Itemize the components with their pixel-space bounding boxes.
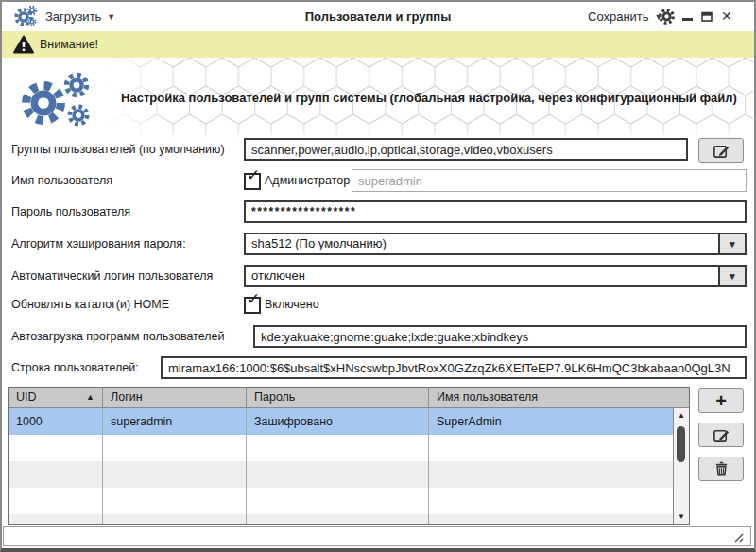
window-controls: ✕ — [682, 10, 732, 22]
table-scrollbar[interactable]: ▲ ▼ — [673, 408, 689, 524]
table-row-empty[interactable] — [9, 461, 673, 488]
users-table: UID ▲ Логин Пароль Имя пользователя 1000… — [8, 387, 690, 525]
password-input[interactable] — [244, 200, 747, 223]
scroll-up-button[interactable]: ▲ — [674, 408, 689, 423]
chevron-down-icon: ▼ — [728, 239, 737, 250]
trash-icon — [713, 460, 730, 478]
scrollbar-thumb[interactable] — [677, 426, 685, 462]
admin-checkbox-label: Администратор — [265, 169, 350, 192]
autostart-input[interactable] — [253, 325, 747, 348]
column-header-login[interactable]: Логин — [103, 388, 247, 407]
table-row-empty[interactable] — [9, 514, 673, 524]
hash-algorithm-select[interactable]: sha512 (По умолчанию) ▼ — [244, 233, 747, 255]
table-row-empty[interactable] — [9, 488, 673, 514]
sort-asc-icon: ▲ — [86, 388, 94, 407]
plus-icon: + — [715, 392, 727, 409]
groups-input[interactable] — [244, 138, 688, 161]
cell-password: Зашифровано — [247, 408, 429, 435]
minimize-button[interactable] — [682, 18, 693, 21]
hash-algorithm-value: sha512 (По умолчанию) — [251, 234, 716, 253]
update-home-checkbox-label: Включено — [265, 293, 319, 316]
warning-icon — [13, 35, 34, 54]
hero-gears-icon — [17, 71, 104, 129]
warning-text: Внимание! — [40, 38, 98, 51]
toolbar: Загрузить ▼ Пользователи и группы Сохран… — [2, 2, 754, 32]
resize-grip[interactable] — [730, 528, 745, 543]
cell-name: SuperAdmin — [429, 408, 673, 435]
cell-uid: 1000 — [9, 408, 103, 435]
autologin-select[interactable]: отключен ▼ — [244, 265, 747, 287]
table-header-row: UID ▲ Логин Пароль Имя пользователя — [9, 388, 689, 408]
hero-title: Настройка пользователей и групп системы … — [112, 58, 747, 138]
admin-checkbox[interactable]: ✓ — [244, 173, 261, 190]
warning-bar: Внимание! — [2, 31, 754, 59]
hero-section: Настройка пользователей и групп системы … — [2, 58, 754, 138]
table-row-empty[interactable] — [9, 435, 673, 461]
edit-groups-button[interactable] — [698, 138, 744, 163]
autostart-label: Автозагрузка программ пользователей — [11, 325, 224, 348]
hash-algorithm-label: Алгоритм хэширования пароля: — [11, 233, 186, 255]
app-window: Загрузить ▼ Пользователи и группы Сохран… — [0, 0, 756, 552]
users-string-input[interactable] — [161, 356, 747, 379]
users-string-label: Строка пользователей: — [11, 356, 139, 379]
scroll-down-button[interactable]: ▼ — [674, 509, 689, 524]
save-button-label: Сохранить — [588, 9, 649, 24]
username-input[interactable] — [352, 169, 747, 192]
checkmark-icon: ✓ — [247, 165, 260, 185]
dropdown-button[interactable]: ▼ — [718, 267, 745, 285]
dropdown-button[interactable]: ▼ — [718, 234, 745, 253]
status-bar — [3, 526, 751, 546]
maximize-icon — [701, 11, 713, 22]
add-user-button[interactable]: + — [698, 388, 744, 413]
save-button[interactable]: Сохранить ▼ — [588, 2, 663, 31]
edit-user-button[interactable] — [698, 423, 744, 447]
gear-icon — [658, 8, 676, 26]
autologin-value: отключен — [251, 267, 716, 285]
table-row-selected[interactable]: 1000 superadmin Зашифровано SuperAdmin — [9, 408, 673, 435]
close-button[interactable]: ✕ — [721, 10, 732, 22]
delete-user-button[interactable] — [698, 457, 744, 481]
autologin-label: Автоматический логин пользователя — [11, 265, 213, 287]
edit-icon — [713, 426, 730, 444]
update-home-checkbox[interactable]: ✓ — [244, 297, 261, 314]
column-header-password[interactable]: Пароль — [247, 388, 429, 407]
password-label: Пароль пользователя — [11, 200, 130, 223]
checkmark-icon: ✓ — [247, 289, 260, 309]
username-label: Имя пользователя — [11, 169, 112, 192]
edit-icon — [713, 142, 730, 160]
column-header-uid[interactable]: UID ▲ — [9, 388, 103, 407]
cell-login: superadmin — [103, 408, 247, 435]
settings-button[interactable] — [658, 8, 676, 26]
groups-label: Группы пользователей (по умолчанию) — [11, 138, 225, 161]
column-header-name[interactable]: Имя пользователя — [429, 388, 689, 407]
maximize-button[interactable] — [701, 11, 713, 22]
update-home-label: Обновлять каталог(и) HOME — [11, 293, 169, 316]
chevron-down-icon: ▼ — [728, 271, 737, 282]
